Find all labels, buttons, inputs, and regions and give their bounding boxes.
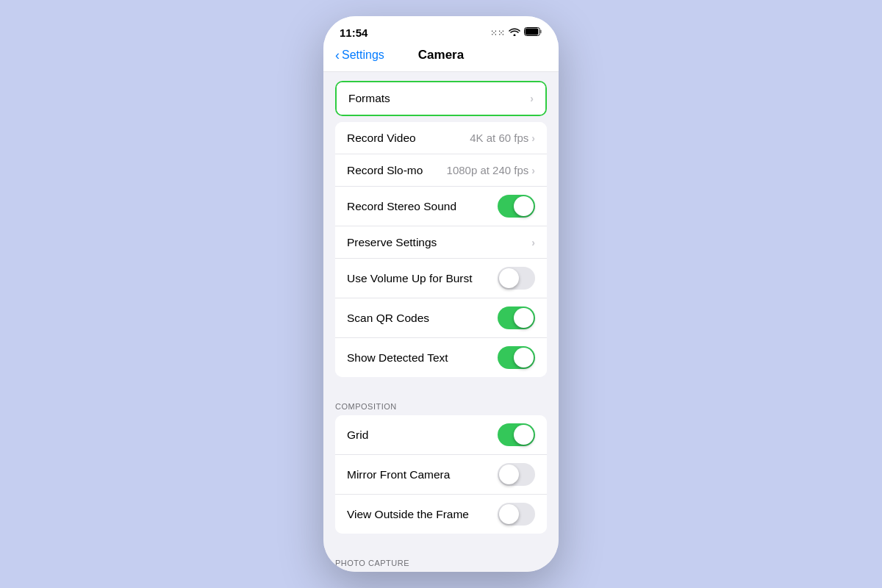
record-video-right: 4K at 60 fps › [470,132,535,144]
scan-qr-knob [514,308,534,328]
use-volume-toggle[interactable] [498,267,535,290]
record-video-chevron-icon: › [531,132,535,144]
composition-label: Composition [323,389,559,415]
scan-qr-row: Scan QR Codes [335,298,547,338]
record-slomo-right: 1080p at 240 fps › [447,164,535,176]
svg-rect-1 [540,30,542,34]
battery-icon [524,27,542,38]
preserve-settings-row[interactable]: Preserve Settings › [335,226,547,259]
photo-capture-label: Photo Capture [323,545,559,572]
preserve-settings-label: Preserve Settings [347,236,437,249]
grid-knob [514,425,534,445]
use-volume-label: Use Volume Up for Burst [347,272,473,285]
mirror-front-row: Mirror Front Camera [335,455,547,495]
record-slomo-chevron-icon: › [531,165,535,176]
scan-qr-toggle[interactable] [498,306,535,329]
scan-qr-label: Scan QR Codes [347,312,429,325]
use-volume-row: Use Volume Up for Burst [335,259,547,298]
nav-bar: ‹ Settings Camera [323,45,559,72]
status-bar: 11:54 ⁙⁙ [323,16,559,45]
record-video-value: 4K at 60 fps [470,132,528,144]
composition-group: Grid Mirror Front Camera View Outside th… [335,415,547,534]
record-video-label: Record Video [347,132,416,145]
show-detected-knob [514,348,534,368]
show-detected-toggle[interactable] [498,346,535,369]
preserve-settings-right: › [531,237,535,248]
record-slomo-value: 1080p at 240 fps [447,164,529,176]
record-slomo-label: Record Slo-mo [347,164,423,177]
grid-label: Grid [347,429,368,442]
status-time: 11:54 [340,26,368,39]
settings-content: Formats › Record Video 4K at 60 fps › Re… [323,72,559,572]
mirror-front-label: Mirror Front Camera [347,468,450,481]
view-outside-knob [499,504,519,524]
use-volume-knob [499,268,519,288]
view-outside-toggle[interactable] [498,503,535,526]
video-settings-group: Record Video 4K at 60 fps › Record Slo-m… [335,122,547,377]
grid-toggle[interactable] [498,423,535,446]
svg-rect-2 [526,29,539,35]
formats-label: Formats [348,92,390,105]
signal-icon: ⁙⁙ [490,28,505,38]
formats-right: › [530,93,534,104]
record-slomo-row[interactable]: Record Slo-mo 1080p at 240 fps › [335,154,547,187]
back-label: Settings [342,49,384,62]
spacer-2 [323,539,559,545]
record-stereo-knob [514,196,534,216]
show-detected-row: Show Detected Text [335,338,547,377]
mirror-front-toggle[interactable] [498,463,535,486]
formats-chevron-icon: › [530,93,534,104]
record-stereo-row: Record Stereo Sound [335,187,547,226]
formats-row[interactable]: Formats › [337,82,545,115]
formats-group: Formats › [335,81,547,116]
show-detected-label: Show Detected Text [347,351,448,365]
phone-frame: 11:54 ⁙⁙ ‹ Settings [323,16,559,572]
mirror-front-knob [499,465,519,484]
preserve-chevron-icon: › [531,237,535,248]
wifi-icon [509,27,520,38]
record-stereo-label: Record Stereo Sound [347,200,456,213]
record-stereo-toggle[interactable] [498,195,535,218]
nav-back-button[interactable]: ‹ Settings [335,48,384,63]
view-outside-row: View Outside the Frame [335,495,547,534]
back-chevron-icon: ‹ [335,48,340,63]
view-outside-label: View Outside the Frame [347,508,469,521]
page-title: Camera [418,48,464,62]
spacer-1 [323,383,559,389]
grid-row: Grid [335,415,547,455]
status-icons: ⁙⁙ [490,27,542,38]
record-video-row[interactable]: Record Video 4K at 60 fps › [335,122,547,154]
